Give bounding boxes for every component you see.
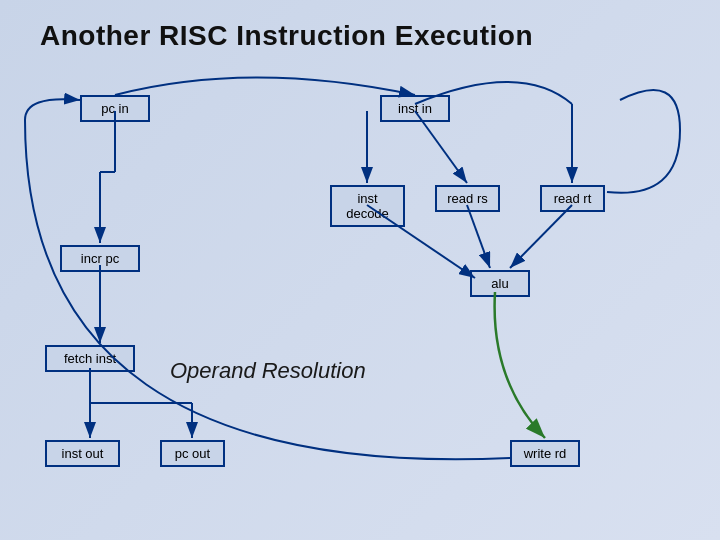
- box-inst-out: inst out: [45, 440, 120, 467]
- svg-line-12: [467, 205, 490, 268]
- page: Another RISC Instruction Execution pc in…: [0, 0, 720, 540]
- box-fetch-inst: fetch inst: [45, 345, 135, 372]
- box-pc-out: pc out: [160, 440, 225, 467]
- box-inst-in: inst in: [380, 95, 450, 122]
- box-read-rs: read rs: [435, 185, 500, 212]
- box-pc-in: pc in: [80, 95, 150, 122]
- box-read-rt: read rt: [540, 185, 605, 212]
- page-title: Another RISC Instruction Execution: [40, 20, 533, 52]
- box-inst-decode: inst decode: [330, 185, 405, 227]
- box-alu: alu: [470, 270, 530, 297]
- operand-resolution-label: Operand Resolution: [170, 358, 366, 384]
- svg-line-13: [510, 205, 572, 268]
- box-write-rd: write rd: [510, 440, 580, 467]
- box-incr-pc: incr pc: [60, 245, 140, 272]
